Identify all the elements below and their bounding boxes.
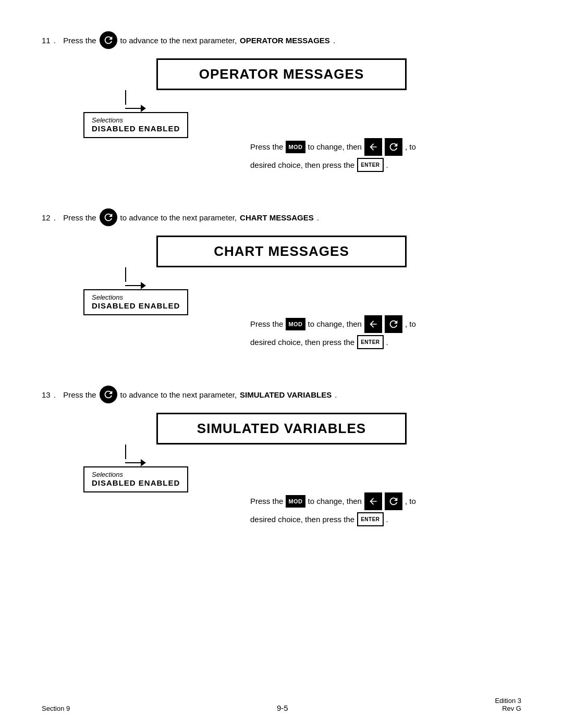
simulated-variables-instr-row1: Press the MOD to change, then , to xyxy=(250,492,521,510)
simulated-variables-selections-box: Selections DISABLED ENABLED xyxy=(83,466,188,492)
simulated-variables-title-box: SIMULATED VARIABLES xyxy=(156,413,407,445)
step-11-line: 11. Press the to advance to the next par… xyxy=(42,31,521,49)
instr-mid-12: to change, then xyxy=(308,317,362,331)
chart-messages-selections-options: DISABLED ENABLED xyxy=(92,301,180,310)
step-13-number: 13 xyxy=(42,390,51,399)
footer-page-number: 9-5 xyxy=(277,704,288,712)
step-12-number: 12 xyxy=(42,213,51,222)
step-13-param: SIMULATED VARIABLES xyxy=(240,390,332,399)
refresh-circle-icon-11 xyxy=(100,31,117,49)
step-12-intro: Press the xyxy=(63,213,96,222)
simulated-variables-selections-label: Selections xyxy=(92,471,180,478)
operator-messages-left: Selections DISABLED ENABLED xyxy=(83,112,219,174)
simulated-variables-title: SIMULATED VARIABLES xyxy=(168,421,395,437)
mod-button-11: MOD xyxy=(286,141,305,154)
operator-messages-selections-options: DISABLED ENABLED xyxy=(92,124,180,133)
chart-messages-title: CHART MESSAGES xyxy=(168,243,395,260)
instr-pre-12: Press the xyxy=(250,317,283,331)
arrow-left-button-11 xyxy=(364,138,382,156)
instr-post2-13: . xyxy=(386,513,388,526)
step-11-param: OPERATOR MESSAGES xyxy=(240,36,330,45)
footer-edition: Edition 3 Rev G xyxy=(495,697,521,712)
instr-pre2-11: desired choice, then press the xyxy=(250,158,354,172)
operator-messages-instr-row1: Press the MOD to change, then , to xyxy=(250,138,521,156)
operator-messages-title-box: OPERATOR MESSAGES xyxy=(156,58,407,90)
enter-button-13: ENTER xyxy=(357,512,383,526)
chart-messages-diagram-area: Selections DISABLED ENABLED Press the MO… xyxy=(42,289,521,351)
title-connector-13 xyxy=(125,445,521,466)
arrow-left-button-12 xyxy=(364,315,382,333)
operator-messages-selections-box: Selections DISABLED ENABLED xyxy=(83,112,188,138)
chart-messages-selections-label: Selections xyxy=(92,293,180,301)
refresh-sq-button-13 xyxy=(385,492,402,510)
step-11-number: 11 xyxy=(42,36,51,45)
operator-messages-title: OPERATOR MESSAGES xyxy=(168,66,395,82)
title-connector-12 xyxy=(125,267,521,289)
operator-messages-selections-label: Selections xyxy=(92,116,180,124)
step-12-line: 12. Press the to advance to the next par… xyxy=(42,208,521,226)
instr-post2-11: . xyxy=(386,158,388,172)
instr-post-13: , to xyxy=(405,495,416,508)
simulated-variables-block: SIMULATED VARIABLES Selections DISABLED … xyxy=(42,413,521,528)
footer-rev-text: Rev G xyxy=(495,705,521,712)
step-13-intro: Press the xyxy=(63,390,96,399)
footer-section: Section 9 xyxy=(42,705,70,712)
simulated-variables-instructions: Press the MOD to change, then , to desir… xyxy=(219,466,521,528)
step-13-middle: to advance to the next parameter, xyxy=(120,390,237,399)
chart-messages-diagram: Selections DISABLED ENABLED Press the MO… xyxy=(42,267,521,351)
operator-messages-instructions: Press the MOD to change, then , to desir… xyxy=(219,112,521,174)
operator-messages-diagram: Selections DISABLED ENABLED Press the MO… xyxy=(42,90,521,174)
chart-messages-left: Selections DISABLED ENABLED xyxy=(83,289,219,351)
title-connector-11 xyxy=(125,90,521,112)
step-12-param: CHART MESSAGES xyxy=(240,213,314,222)
instr-mid-11: to change, then xyxy=(308,140,362,154)
simulated-variables-instr-row2: desired choice, then press the ENTER . xyxy=(250,512,521,526)
step-11-middle: to advance to the next parameter, xyxy=(120,36,237,45)
page: 11. Press the to advance to the next par… xyxy=(0,0,563,728)
simulated-variables-selections-options: DISABLED ENABLED xyxy=(92,478,180,487)
chart-messages-block: CHART MESSAGES Selections DISABLED ENABL… xyxy=(42,236,521,351)
arrow-left-button-13 xyxy=(364,492,382,510)
chart-messages-title-box: CHART MESSAGES xyxy=(156,236,407,267)
chart-messages-instr-row2: desired choice, then press the ENTER . xyxy=(250,335,521,349)
instr-post2-12: . xyxy=(386,336,388,349)
mod-button-12: MOD xyxy=(286,318,305,331)
operator-messages-diagram-area: Selections DISABLED ENABLED Press the MO… xyxy=(42,112,521,174)
instr-mid-13: to change, then xyxy=(308,495,362,508)
simulated-variables-diagram: Selections DISABLED ENABLED Press the MO… xyxy=(42,445,521,528)
refresh-circle-icon-13 xyxy=(100,386,117,403)
mod-button-13: MOD xyxy=(286,495,305,508)
enter-button-12: ENTER xyxy=(357,335,383,349)
chart-messages-instr-row1: Press the MOD to change, then , to xyxy=(250,315,521,333)
chart-messages-selections-box: Selections DISABLED ENABLED xyxy=(83,289,188,315)
refresh-sq-button-11 xyxy=(385,138,402,156)
operator-messages-instr-row2: desired choice, then press the ENTER . xyxy=(250,158,521,172)
step-12-middle: to advance to the next parameter, xyxy=(120,213,237,222)
refresh-circle-icon-12 xyxy=(100,208,117,226)
refresh-sq-button-12 xyxy=(385,315,402,333)
instr-pre2-13: desired choice, then press the xyxy=(250,513,354,526)
footer: Section 9 9-5 Edition 3 Rev G xyxy=(42,697,521,712)
instr-post-11: , to xyxy=(405,140,416,154)
enter-button-11: ENTER xyxy=(357,158,383,172)
instr-pre-13: Press the xyxy=(250,495,283,508)
instr-pre2-12: desired choice, then press the xyxy=(250,336,354,349)
instr-post-12: , to xyxy=(405,317,416,331)
step-11-intro: Press the xyxy=(63,36,96,45)
chart-messages-instructions: Press the MOD to change, then , to desir… xyxy=(219,289,521,351)
operator-messages-block: OPERATOR MESSAGES Selections DISABLED EN… xyxy=(42,58,521,174)
step-13-line: 13. Press the to advance to the next par… xyxy=(42,386,521,403)
simulated-variables-diagram-area: Selections DISABLED ENABLED Press the MO… xyxy=(42,466,521,528)
instr-pre-11: Press the xyxy=(250,140,283,154)
simulated-variables-left: Selections DISABLED ENABLED xyxy=(83,466,219,528)
footer-edition-text: Edition 3 xyxy=(495,697,521,705)
